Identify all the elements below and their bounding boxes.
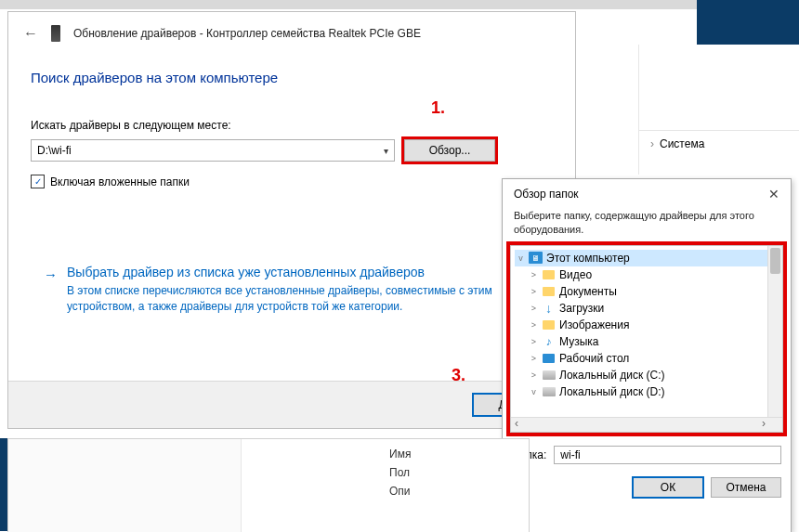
section-title: Поиск драйверов на этом компьютере [8,49,575,85]
browse-button[interactable]: Обзор... [404,139,495,162]
tree-item-downloads[interactable]: > ↓ Загрузки [515,300,780,317]
expander-icon[interactable]: > [530,320,538,330]
folder-icon [542,318,556,331]
system-label: Система [660,137,704,150]
tree-item-desktop[interactable]: > Рабочий стол [515,350,780,367]
chevron-right-icon: › [650,137,654,150]
download-icon: ↓ [542,302,556,314]
cancel-button[interactable]: Отмена [711,477,781,498]
wizard-title: Обновление драйверов - Контроллер семейс… [73,27,421,40]
back-arrow-icon[interactable]: ← [23,25,38,42]
tree-label: Изображения [559,318,629,331]
folder-input-row: Папка: [503,433,791,464]
annotation-3: 3. [452,366,465,385]
close-icon[interactable]: ✕ [768,187,779,201]
path-combobox[interactable]: D:\wi-fi ▾ [31,139,395,162]
include-subfolders-row: ✓ Включая вложенные папки [8,162,575,188]
tree-item-documents[interactable]: > Документы [515,283,780,300]
expander-icon[interactable]: > [530,370,538,380]
bg-dark-left [0,438,7,531]
chevron-down-icon[interactable]: ▾ [384,146,388,156]
disk-icon [542,385,556,397]
device-icon [51,25,60,42]
tree-label: Локальный диск (D:) [559,385,665,398]
tree-item-video[interactable]: > Видео [515,266,780,283]
bg-strip [0,0,799,9]
expander-icon[interactable]: > [530,337,538,346]
music-icon: ♪ [542,335,556,347]
tree-item-disk-c[interactable]: > Локальный диск (C:) [515,367,780,383]
system-panel [638,45,799,175]
expander-icon[interactable]: > [530,304,538,313]
include-subfolders-label: Включая вложенные папки [50,175,190,188]
scrollbar-vertical[interactable] [767,246,782,418]
browse-folders-dialog: Обзор папок ✕ Выберите папку, содержащую… [502,178,792,532]
path-row: D:\wi-fi ▾ Обзор... [8,132,575,162]
path-value: D:\wi-fi [37,144,72,157]
pc-icon: 🖥 [529,252,543,264]
tree-item-disk-d[interactable]: v Локальный диск (D:) [515,383,780,400]
scrollbar-horizontal[interactable] [511,417,782,432]
expander-icon[interactable]: v [517,253,525,263]
folder-tree: v 🖥 Этот компьютер > Видео > Документы >… [510,245,783,433]
tree-item-this-pc[interactable]: v 🖥 Этот компьютер [515,250,780,266]
desktop-icon [542,352,556,364]
bg-dark-top [697,0,799,45]
choose-driver-desc: В этом списке перечисляются все установл… [67,279,547,315]
bl-l2: Пол [389,463,411,482]
tree-label: Локальный диск (C:) [559,369,665,382]
choose-driver-link[interactable]: → Выбрать драйвер из списка уже установл… [8,188,575,315]
tree-label: Музыка [559,335,598,348]
dialog-title: Обзор папок [514,188,579,201]
tree-item-music[interactable]: > ♪ Музыка [515,333,780,350]
folder-input[interactable] [554,446,781,464]
bl-l3: Опи [389,482,411,500]
bottom-left-panel: Имя Пол Опи [7,438,530,532]
annotation-1: 1. [431,98,445,118]
search-location-label: Искать драйверы в следующем месте: [8,85,575,132]
ok-button[interactable]: ОК [633,477,703,498]
tree-label: Этот компьютер [546,252,630,265]
tree-label: Рабочий стол [559,352,629,365]
system-breadcrumb[interactable]: › Система [650,137,799,150]
bl-l1: Имя [389,445,411,463]
dialog-description: Выберите папку, содержащую драйверы для … [503,209,791,245]
include-subfolders-checkbox[interactable]: ✓ [31,175,45,188]
choose-driver-title: Выбрать драйвер из списка уже установлен… [67,265,547,279]
expander-icon[interactable]: > [530,354,538,363]
folder-icon [542,285,556,297]
system-sep [639,130,799,131]
dialog-titlebar: Обзор папок ✕ [503,179,791,209]
driver-update-wizard: ← Обновление драйверов - Контроллер семе… [7,11,576,429]
arrow-right-icon: → [44,265,58,282]
tree-item-pictures[interactable]: > Изображения [515,317,780,333]
wizard-header: ← Обновление драйверов - Контроллер семе… [8,12,575,49]
expander-icon[interactable]: v [530,387,538,396]
tree-label: Документы [559,285,617,298]
expander-icon[interactable]: > [530,270,538,279]
disk-icon [542,369,556,381]
expander-icon[interactable]: > [530,287,538,296]
folder-icon [542,268,556,280]
wizard-footer: Далее [8,381,575,428]
tree-label: Загрузки [559,302,604,315]
tree-label: Видео [559,268,592,281]
dialog-buttons: ОК Отмена [503,464,791,498]
bl-labels: Имя Пол Опи [389,445,411,500]
bl-side [8,439,242,532]
